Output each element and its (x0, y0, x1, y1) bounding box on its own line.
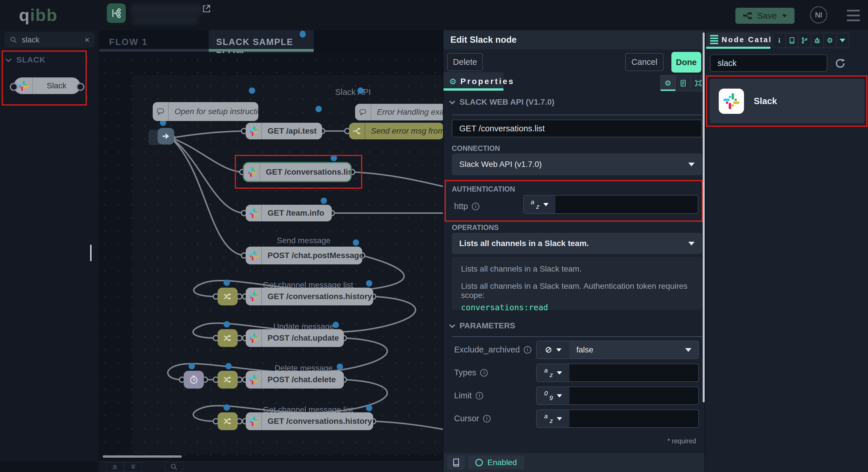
flow-tabs: FLOW 1 SLACK SAMPLE FLOW (98, 30, 443, 53)
logo-text-q: q (19, 5, 30, 25)
logo-text-ibb: ibb (30, 5, 58, 25)
param-types-input[interactable] (569, 364, 699, 381)
save-button[interactable]: Save (735, 8, 795, 24)
type-select-number[interactable]: 09 (537, 387, 569, 404)
change-node[interactable] (218, 371, 238, 389)
palette-section-slack[interactable]: SLACK (6, 55, 45, 65)
slack-icon (246, 329, 262, 347)
node-name-input[interactable] (452, 120, 702, 137)
caret-down-icon (557, 417, 562, 420)
refresh-icon[interactable] (834, 57, 846, 69)
section-parameters[interactable]: PARAMETERS (450, 321, 515, 330)
avatar[interactable]: NI (810, 6, 827, 24)
param-cursor-input[interactable] (569, 410, 699, 427)
docs-button[interactable] (786, 33, 798, 47)
tab-properties[interactable]: ⚙ Properties (443, 72, 503, 91)
info-icon[interactable] (480, 369, 488, 376)
inject-node[interactable] (158, 128, 174, 144)
done-button[interactable]: Done (671, 52, 701, 72)
node-chat-delete[interactable]: POST /chat.delete (246, 371, 344, 389)
tab-slack-sample-flow[interactable]: SLACK SAMPLE FLOW (209, 30, 314, 53)
catalog-toolbar: ⚙ (773, 33, 849, 48)
type-select-string[interactable]: az (537, 364, 569, 381)
enabled-toggle[interactable]: Enabled (468, 456, 524, 469)
change-node[interactable] (218, 412, 238, 430)
catalog-result-slack[interactable]: Slack (710, 79, 865, 123)
param-limit-input[interactable] (569, 387, 699, 404)
clock-icon (189, 375, 198, 384)
avatar-initials: NI (815, 11, 823, 19)
flow-type-icon[interactable] (107, 3, 126, 23)
info-icon[interactable] (524, 346, 531, 353)
type-glyph-a: a (544, 413, 548, 420)
type-glyph-a: a (531, 198, 534, 206)
connection-select[interactable]: Slack Web API (v1.7.0) (452, 154, 702, 175)
flow-glyph-icon (111, 7, 122, 19)
type-select-bool[interactable] (537, 341, 569, 359)
cancel-button[interactable]: Cancel (625, 53, 663, 71)
book-icon (788, 37, 795, 44)
clear-search-icon[interactable]: × (84, 35, 90, 45)
flow-canvas[interactable]: Slack API (98, 53, 443, 472)
comment-node-setup[interactable]: Open for setup instructions (153, 102, 258, 121)
caret-down-icon (688, 163, 694, 166)
slack-icon (246, 123, 262, 139)
catalog-search-input[interactable] (710, 55, 827, 72)
auth-field-name: http (454, 202, 468, 211)
open-external-icon[interactable] (202, 4, 211, 13)
tab-node-catalog[interactable]: Node Catalog (706, 32, 770, 47)
docs-button[interactable] (447, 456, 465, 469)
more-button[interactable] (836, 33, 849, 47)
properties-view-button[interactable]: ⚙ (660, 75, 676, 91)
type-glyph-z: z (550, 371, 553, 379)
canvas-footer-bar (98, 461, 443, 472)
node-history-2[interactable]: GET /conversations.history (246, 412, 373, 430)
debug-button[interactable] (811, 33, 824, 47)
done-label: Done (676, 58, 697, 67)
section-slack-web-api[interactable]: SLACK WEB API (V1.7.0) (450, 98, 554, 107)
change-icon (223, 292, 232, 301)
delete-label: Delete (453, 57, 477, 67)
node-post-message[interactable]: POST /chat.postMessage (246, 247, 362, 264)
node-send-error-msg[interactable]: Send error msg from dif (349, 123, 443, 139)
chevron-down-icon (449, 98, 455, 104)
node-conversations-list[interactable]: GET /conversations.list (244, 163, 350, 181)
description-view-button[interactable] (676, 75, 691, 91)
type-select-string[interactable]: az (524, 196, 555, 213)
sidebar-resize-handle[interactable] (90, 245, 92, 261)
auth-token-input[interactable] (555, 196, 698, 213)
node-api-test[interactable]: GET /api.test (246, 123, 322, 139)
info-button[interactable] (773, 33, 786, 47)
change-node[interactable] (218, 329, 238, 347)
palette-section-label: SLACK (17, 55, 45, 65)
node-history-1[interactable]: GET /conversations.history (246, 288, 373, 305)
operation-select[interactable]: Lists all channels in a Slack team. (452, 233, 702, 254)
canvas-zoom-search-button[interactable] (165, 462, 183, 471)
param-name: Types (454, 368, 476, 377)
canvas-horizontal-scrollbar[interactable] (103, 456, 182, 458)
palette-node-slack[interactable]: Slack (14, 77, 81, 94)
tab-flow-1[interactable]: FLOW 1 (99, 30, 209, 53)
settings-button[interactable]: ⚙ (824, 33, 836, 47)
delay-node[interactable] (184, 371, 204, 389)
param-exclude-value-select[interactable]: false (569, 341, 699, 359)
change-node[interactable] (218, 288, 238, 305)
info-icon[interactable] (476, 392, 483, 400)
node-label: GET /conversations.history (262, 417, 373, 426)
comment-node-error-handling[interactable]: Error Handling example (355, 104, 443, 121)
type-select-string[interactable]: az (537, 410, 569, 427)
node-team-info[interactable]: GET /team.info (246, 205, 332, 222)
palette-search[interactable]: × (5, 32, 95, 47)
menu-icon[interactable] (847, 10, 860, 21)
collapse-down-button[interactable] (124, 462, 143, 471)
auth-token-field: az (523, 195, 699, 214)
node-chat-update[interactable]: POST /chat.update (246, 329, 344, 347)
delete-button[interactable]: Delete (447, 53, 483, 71)
palette-search-input[interactable] (22, 36, 80, 44)
operations-label: OPERATIONS (452, 224, 499, 232)
collapse-up-button[interactable] (105, 462, 124, 471)
versions-button[interactable] (798, 33, 811, 47)
panel-scrollbar[interactable] (703, 32, 705, 402)
info-icon[interactable] (472, 203, 479, 210)
info-icon[interactable] (483, 415, 491, 423)
